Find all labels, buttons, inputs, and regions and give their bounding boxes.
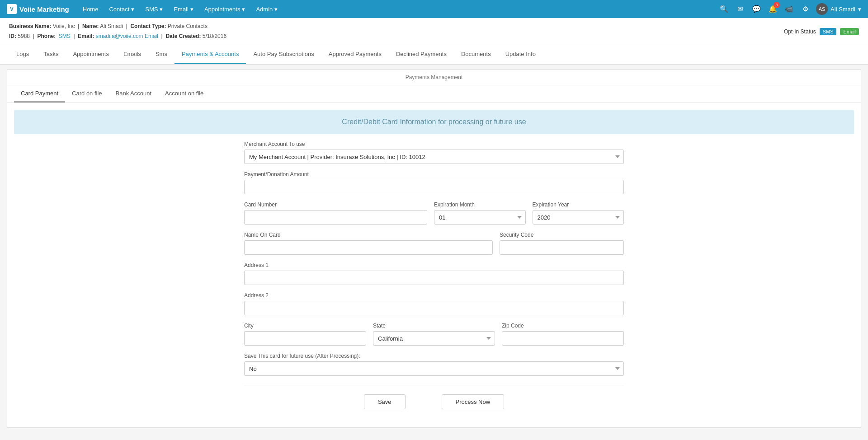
payment-amount-group: Payment/Donation Amount (244, 171, 624, 194)
merchant-account-label: Merchant Account To use (244, 141, 624, 147)
contact-info: Business Name: Voiie, Inc | Name: Ali Sm… (9, 22, 226, 41)
city-input[interactable] (244, 331, 366, 346)
exp-month-select[interactable]: 01020304 05060708 09101112 (434, 210, 526, 225)
tab-tasks[interactable]: Tasks (36, 45, 66, 64)
email-action-link[interactable]: Email (145, 33, 158, 39)
nav-right: 🔍 ✉ 💬 🔔 3 📹 ⚙ AS Ali Smadi ▾ (718, 3, 861, 15)
security-code-group: Security Code (500, 232, 624, 255)
city-label: City (244, 323, 366, 329)
contact-type-label: Contact Type: Private Contacts (130, 23, 208, 29)
tab-update-info[interactable]: Update Info (498, 45, 543, 64)
name-label: Name: Ali Smadi (82, 23, 123, 29)
payments-management-label: Payments Management (7, 70, 861, 85)
tab-approved-payments[interactable]: Approved Payments (321, 45, 389, 64)
exp-year-group: Expiration Year 202020212022 20232024202… (533, 201, 624, 225)
save-card-group: Save This card for future use (After Pro… (244, 353, 624, 376)
notification-badge: 3 (774, 2, 780, 8)
search-icon[interactable]: 🔍 (718, 4, 729, 14)
card-number-group: Card Number (244, 201, 427, 225)
security-code-input[interactable] (500, 240, 624, 255)
exp-year-select[interactable]: 202020212022 202320242025 (533, 210, 624, 225)
merchant-account-select[interactable]: My Merchant Account | Provider: Insuraxe… (244, 150, 624, 164)
opt-in-status: Opt-In Status SMS Email (784, 28, 859, 35)
brand-name: Voiie Marketing (19, 5, 69, 13)
address2-input[interactable] (244, 301, 624, 315)
nav-contact[interactable]: Contact ▾ (104, 0, 139, 18)
tab-payments-accounts[interactable]: Payments & Accounts (175, 45, 246, 64)
sub-tabs: Card Payment Card on file Bank Account A… (7, 85, 861, 103)
state-group: State AlabamaAlaskaArizona ArkansasCalif… (373, 323, 495, 346)
security-code-col: Security Code (500, 232, 624, 262)
card-number-label: Card Number (244, 201, 427, 208)
address1-input[interactable] (244, 271, 624, 285)
address2-group: Address 2 (244, 292, 624, 315)
card-payment-form: Merchant Account To use My Merchant Acco… (231, 141, 637, 427)
video-icon[interactable]: 📹 (783, 4, 794, 14)
tab-sms[interactable]: Sms (148, 45, 175, 64)
user-menu[interactable]: AS Ali Smadi ▾ (816, 3, 861, 15)
process-now-button[interactable]: Process Now (442, 394, 505, 409)
sub-tab-bank-account[interactable]: Bank Account (109, 85, 159, 103)
top-navigation: V Voiie Marketing Home Contact ▾ SMS ▾ E… (0, 0, 868, 18)
name-on-card-input[interactable] (244, 240, 493, 255)
settings-icon[interactable]: ⚙ (800, 4, 811, 14)
main-content: Payments Management Card Payment Card on… (7, 69, 861, 428)
tab-logs[interactable]: Logs (9, 45, 36, 64)
form-actions: Save Process Now (244, 385, 624, 414)
business-name-label: Business Name: Voiie, Inc (9, 23, 75, 29)
state-label: State (373, 323, 495, 329)
chat-icon[interactable]: 💬 (751, 4, 762, 14)
mail-icon[interactable]: ✉ (735, 4, 745, 14)
payment-amount-label: Payment/Donation Amount (244, 171, 624, 178)
card-number-col: Card Number (244, 201, 427, 232)
state-select[interactable]: AlabamaAlaskaArizona ArkansasCaliforniaC… (373, 331, 495, 346)
city-state-zip-row: City State AlabamaAlaskaArizona Arkansas… (244, 323, 624, 353)
save-card-select[interactable]: No Yes (244, 361, 624, 376)
notification-icon[interactable]: 🔔 3 (767, 4, 778, 14)
sub-tab-account-on-file[interactable]: Account on file (158, 85, 210, 103)
sub-tab-card-payment[interactable]: Card Payment (14, 85, 65, 103)
nav-sms[interactable]: SMS ▾ (141, 0, 167, 18)
logo-text: V (10, 6, 13, 12)
exp-year-label: Expiration Year (533, 201, 624, 208)
card-exp-row: Card Number Expiration Month 01020304 05… (244, 201, 624, 232)
tab-declined-payments[interactable]: Declined Payments (389, 45, 454, 64)
save-button[interactable]: Save (364, 394, 406, 409)
payment-amount-input[interactable] (244, 180, 624, 194)
tab-auto-pay[interactable]: Auto Pay Subscriptions (246, 45, 321, 64)
name-security-row: Name On Card Security Code (244, 232, 624, 262)
tab-documents[interactable]: Documents (454, 45, 498, 64)
sms-badge: SMS (820, 28, 837, 35)
name-on-card-label: Name On Card (244, 232, 493, 238)
sub-tab-card-on-file[interactable]: Card on file (65, 85, 108, 103)
exp-month-label: Expiration Month (434, 201, 526, 208)
exp-month-group: Expiration Month 01020304 05060708 09101… (434, 201, 526, 225)
nav-home[interactable]: Home (78, 0, 103, 18)
nav-email[interactable]: Email ▾ (169, 0, 198, 18)
tab-appointments[interactable]: Appointments (66, 45, 116, 64)
city-group: City (244, 323, 366, 346)
card-info-header: Credit/Debit Card Information for proces… (14, 110, 854, 134)
state-col: State AlabamaAlaskaArizona ArkansasCalif… (373, 323, 495, 353)
user-name: Ali Smadi (830, 6, 855, 13)
nav-admin[interactable]: Admin ▾ (251, 0, 282, 18)
nav-appointments[interactable]: Appointments ▾ (200, 0, 250, 18)
contact-bar: Business Name: Voiie, Inc | Name: Ali Sm… (0, 18, 868, 45)
id-label: ID: 5988 (9, 33, 30, 39)
save-card-label: Save This card for future use (After Pro… (244, 353, 624, 359)
city-col: City (244, 323, 366, 353)
merchant-account-group: Merchant Account To use My Merchant Acco… (244, 141, 624, 164)
exp-year-col: Expiration Year 202020212022 20232024202… (533, 201, 624, 232)
brand-logo: V (7, 4, 17, 14)
nav-items: Home Contact ▾ SMS ▾ Email ▾ Appointment… (78, 0, 718, 18)
date-created-label: Date Created: 5/18/2016 (165, 33, 226, 39)
sms-link[interactable]: SMS (59, 33, 71, 39)
zip-input[interactable] (502, 331, 624, 346)
address1-label: Address 1 (244, 262, 624, 268)
email-link[interactable]: smadi.a@voiie.com (96, 33, 143, 39)
tab-emails[interactable]: Emails (116, 45, 148, 64)
main-tabs: Logs Tasks Appointments Emails Sms Payme… (0, 45, 868, 65)
brand[interactable]: V Voiie Marketing (7, 4, 69, 14)
card-number-input[interactable] (244, 210, 427, 225)
exp-month-col: Expiration Month 01020304 05060708 09101… (434, 201, 526, 232)
